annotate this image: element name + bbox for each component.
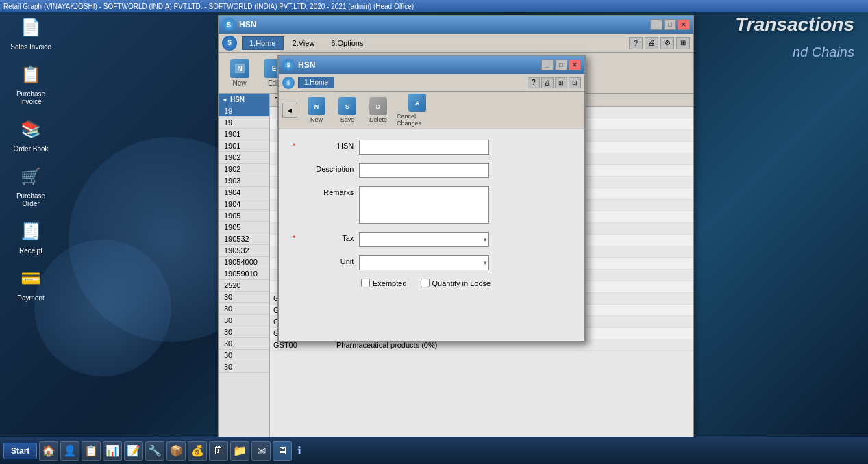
taskbar-icon-1[interactable]: 🏠: [39, 441, 58, 461]
app-titlebar: Retail Graph (VINAYAKJOSHI) - SOFTWORLD …: [0, 0, 868, 12]
inner-delete-label: Delete: [369, 116, 387, 123]
inner-save-icon: S: [338, 97, 356, 115]
expand-button[interactable]: ⊞: [676, 37, 690, 49]
settings-icon[interactable]: ⚙: [660, 37, 674, 49]
menu-view[interactable]: 2.View: [285, 36, 323, 50]
minimize-button[interactable]: _: [650, 19, 662, 30]
quantity-in-loose-checkbox-item[interactable]: Quantity in Loose: [421, 279, 491, 287]
start-button[interactable]: Start: [3, 443, 37, 459]
exempted-label: Exempted: [373, 279, 407, 287]
desktop-icon-purchase-invoice[interactable]: 📋 Purchase Invoice: [7, 61, 55, 105]
inner-menu-home[interactable]: 1.Home: [298, 77, 334, 88]
exempted-checkbox-item[interactable]: Exempted: [361, 279, 407, 287]
hsn-list-item-1905b[interactable]: 1905: [219, 222, 269, 233]
exempted-checkbox[interactable]: [361, 279, 370, 287]
payment-icon: 💳: [17, 265, 45, 292]
main-menu-bar: $ 1.Home 2.View 6.Options ? 🖨 ⚙ ⊞: [219, 34, 693, 53]
hsn-list-item-30g[interactable]: 30: [219, 361, 269, 373]
desktop-icon-order-book[interactable]: 📚 Order Book: [7, 116, 55, 153]
desktop-icon-purchase-order[interactable]: 🛒 Purchase Order: [7, 163, 55, 207]
inner-cancel-label: Cancel Changes: [397, 113, 437, 127]
hsn-required-marker: *: [293, 142, 295, 150]
quantity-in-loose-checkbox[interactable]: [421, 279, 430, 287]
taskbar-icon-12[interactable]: 🖥: [273, 441, 292, 461]
print-button[interactable]: 🖨: [645, 37, 658, 49]
inner-save-button[interactable]: S Save: [333, 95, 362, 125]
hsn-list-item-30f[interactable]: 30: [219, 350, 269, 361]
inner-maximize-button[interactable]: □: [555, 60, 567, 70]
inner-toolbar: ◄ N New S Save D Delete: [279, 92, 584, 129]
left-panel-title: HSN: [230, 96, 245, 103]
hsn-list-item-19059010[interactable]: 19059010: [219, 268, 269, 280]
hsn-list-item-19-selected[interactable]: 19: [219, 105, 269, 117]
maximize-button[interactable]: □: [664, 19, 676, 30]
taskbar-icon-10[interactable]: 📁: [230, 441, 249, 461]
hsn-list-item-190532b[interactable]: 190532: [219, 245, 269, 257]
inner-help-button[interactable]: ?: [528, 77, 540, 88]
unit-select[interactable]: KG LTR PCS: [359, 255, 489, 270]
hsn-list-item-19054000[interactable]: 19054000: [219, 257, 269, 268]
inner-print-button[interactable]: 🖨: [541, 77, 554, 88]
taskbar-icon-11[interactable]: ✉: [251, 441, 271, 461]
description-input[interactable]: [359, 163, 489, 178]
hsn-list-item-30e[interactable]: 30: [219, 338, 269, 350]
inner-dialog-controls: _ □ ✕: [541, 60, 581, 70]
main-window-titlebar: $ HSN _ □ ✕: [219, 16, 693, 34]
hsn-list-item-1902a[interactable]: 1902: [219, 152, 269, 164]
inner-new-button[interactable]: N New: [302, 95, 331, 125]
desktop-icon-receipt[interactable]: 🧾 Receipt: [7, 218, 55, 255]
inner-toolbar-back[interactable]: ◄: [282, 103, 297, 118]
hsn-list-item-30a[interactable]: 30: [219, 292, 269, 303]
hsn-list-item-30c[interactable]: 30: [219, 315, 269, 326]
hsn-list-item-1905a[interactable]: 1905: [219, 210, 269, 222]
desktop-icon-sales-invoice[interactable]: 📄 Sales Invoice: [7, 14, 55, 51]
menu-home[interactable]: 1.Home: [242, 36, 284, 50]
payment-label: Payment: [17, 294, 44, 302]
left-panel: HSN 19 19 1901 1901 1902 1902 1903 1904 …: [219, 94, 270, 439]
inner-expand-button[interactable]: ⊡: [569, 77, 581, 88]
taskbar-icon-8[interactable]: 💰: [188, 441, 207, 461]
hsn-label: HSN: [297, 140, 359, 150]
hsn-list-item-19b[interactable]: 19: [219, 117, 269, 129]
inner-menu-bar: $ 1.Home ? 🖨 ⊞ ⊡: [279, 74, 584, 92]
inner-cancel-button[interactable]: A Cancel Changes: [395, 92, 439, 129]
inner-close-button[interactable]: ✕: [569, 60, 581, 70]
taskbar-icon-2[interactable]: 👤: [60, 441, 79, 461]
hsn-list-item-1901a[interactable]: 1901: [219, 129, 269, 140]
main-window-title: HSN: [239, 20, 256, 29]
taskbar-icon-5[interactable]: 📝: [124, 441, 143, 461]
inner-settings-button[interactable]: ⊞: [555, 77, 567, 88]
inner-hsn-dialog: $ HSN _ □ ✕ $ 1.Home ? 🖨 ⊞ ⊡ ◄: [277, 55, 586, 342]
close-button[interactable]: ✕: [678, 19, 690, 30]
hsn-input[interactable]: [359, 140, 489, 155]
tax-select[interactable]: GST00 GST05 GST12 GST18: [359, 232, 489, 247]
tax-form-row: * Tax GST00 GST05 GST12 GST18 ▼: [293, 232, 571, 247]
new-icon: N: [230, 59, 249, 78]
taskbar-icon-4[interactable]: 📊: [103, 441, 122, 461]
inner-delete-button[interactable]: D Delete: [364, 95, 393, 125]
hsn-list-item-30d[interactable]: 30: [219, 326, 269, 338]
remarks-textarea[interactable]: [359, 186, 489, 224]
taskbar-icon-3[interactable]: 📋: [82, 441, 101, 461]
svg-text:S: S: [345, 103, 349, 110]
hsn-list-item-1904a[interactable]: 1904: [219, 187, 269, 198]
hsn-list-item-1902b[interactable]: 1902: [219, 164, 269, 175]
taskbar-icon-7[interactable]: 📦: [166, 441, 186, 461]
menu-options[interactable]: 6.Options: [323, 36, 371, 50]
taskbar-icon-6[interactable]: 🔧: [145, 441, 164, 461]
hsn-list-item-30b[interactable]: 30: [219, 303, 269, 315]
desktop-icon-payment[interactable]: 💳 Payment: [7, 265, 55, 302]
new-toolbar-button[interactable]: N New: [224, 56, 255, 90]
taskbar: Start 🏠 👤 📋 📊 📝 🔧 📦 💰 🗓 📁 ✉ 🖥 ℹ: [0, 437, 868, 464]
description-label: Description: [297, 163, 359, 173]
hsn-list-item-1901b[interactable]: 1901: [219, 140, 269, 152]
help-button[interactable]: ?: [629, 37, 643, 49]
taskbar-icon-9[interactable]: 🗓: [209, 441, 228, 461]
hsn-list-item-190532a[interactable]: 190532: [219, 233, 269, 245]
hsn-list-item-1903[interactable]: 1903: [219, 175, 269, 187]
hsn-list-item-2520[interactable]: 2520: [219, 280, 269, 292]
hsn-list-item-1904b[interactable]: 1904: [219, 198, 269, 210]
svg-text:D: D: [376, 103, 381, 110]
inner-minimize-button[interactable]: _: [541, 60, 554, 70]
app-title-text: Retail Graph (VINAYAKJOSHI) - SOFTWORLD …: [3, 3, 414, 10]
